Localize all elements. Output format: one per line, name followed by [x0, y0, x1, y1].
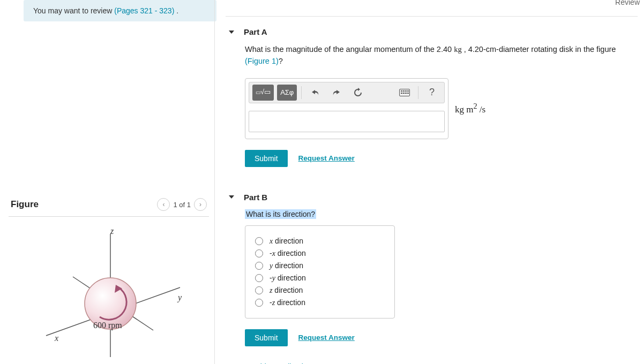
- submit-button-b[interactable]: Submit: [245, 329, 288, 346]
- redo-button[interactable]: [327, 85, 346, 101]
- submit-button-a[interactable]: Submit: [245, 150, 288, 167]
- templates-button[interactable]: ▭√▭: [252, 85, 274, 101]
- option-x[interactable]: x direction: [255, 237, 385, 246]
- caret-down-icon: [229, 195, 234, 199]
- rpm-label: 600 rpm: [93, 321, 122, 330]
- figure-prev-button[interactable]: ‹: [157, 198, 170, 211]
- option-label-2: y direction: [270, 261, 303, 270]
- equation-toolbar: ▭√▭ ΑΣφ: [249, 82, 445, 103]
- figure-title: Figure: [11, 199, 39, 210]
- option-neg-x[interactable]: -x direction: [255, 249, 385, 258]
- radio-neg-x[interactable]: [255, 249, 263, 257]
- option-label-3: -y direction: [270, 274, 306, 283]
- toolbar-sep-2: [418, 86, 418, 99]
- qA-1: What is the magnitude of the angular mom…: [245, 45, 454, 54]
- answer-box-a: ▭√▭ ΑΣφ: [245, 78, 448, 139]
- greek-button[interactable]: ΑΣφ: [277, 85, 297, 101]
- qA-2: , 4.20-cm-diameter rotating disk in the …: [462, 45, 616, 54]
- axis-y-label: y: [178, 293, 182, 302]
- option-y[interactable]: y direction: [255, 261, 385, 270]
- radio-neg-y[interactable]: [255, 274, 263, 282]
- provide-feedback-link[interactable]: Provide Feedback: [245, 362, 638, 365]
- help-button[interactable]: ?: [423, 85, 441, 101]
- option-neg-z[interactable]: -z direction: [255, 298, 385, 307]
- caret-down-icon: [229, 31, 234, 34]
- units-label: kg m2 /s: [455, 102, 485, 115]
- part-a-header[interactable]: Part A: [226, 17, 638, 44]
- answer-input-a[interactable]: [249, 111, 445, 132]
- part-a-label: Part A: [244, 27, 267, 36]
- axis-x-label: x: [55, 333, 58, 343]
- toolbar-sep: [301, 86, 302, 99]
- hint-pages-link[interactable]: (Pages 321 - 323): [114, 6, 174, 15]
- options-box: x direction -x direction y direction -y …: [245, 225, 395, 318]
- hint-banner: You may want to review (Pages 321 - 323)…: [24, 0, 216, 21]
- request-answer-a[interactable]: Request Answer: [298, 154, 355, 162]
- reset-button[interactable]: [349, 85, 367, 101]
- figure-next-button[interactable]: ›: [194, 198, 207, 211]
- radio-x[interactable]: [255, 237, 263, 245]
- option-z[interactable]: z direction: [255, 286, 385, 295]
- option-label-5: -z direction: [270, 298, 305, 307]
- undo-button[interactable]: [306, 85, 324, 101]
- option-label-4: z direction: [270, 286, 303, 295]
- hint-suffix: .: [174, 6, 178, 15]
- figure-image: z y x 600 rpm: [9, 223, 201, 362]
- figure-nav-label: 1 of 1: [173, 201, 191, 209]
- hint-prefix: You may want to review: [33, 6, 114, 15]
- option-label-0: x direction: [270, 237, 303, 246]
- keyboard-button[interactable]: [395, 85, 414, 101]
- option-neg-y[interactable]: -y direction: [255, 274, 385, 283]
- keyboard-icon: [399, 89, 410, 96]
- left-column: You may want to review (Pages 321 - 323)…: [0, 0, 214, 364]
- qA-3: ?: [279, 57, 283, 65]
- right-column: Part A What is the magnitude of the angu…: [214, 0, 643, 364]
- axis-z-label: z: [110, 226, 114, 236]
- part-b-label: Part B: [244, 193, 267, 202]
- review-link[interactable]: Review: [615, 0, 640, 6]
- part-b-header[interactable]: Part B: [226, 182, 638, 209]
- part-b-question: What is its direction?: [245, 209, 316, 219]
- option-label-1: -x direction: [270, 249, 306, 258]
- part-a-question: What is the magnitude of the angular mom…: [245, 44, 638, 67]
- radio-z[interactable]: [255, 286, 263, 294]
- figure-1-link[interactable]: (Figure 1): [245, 57, 279, 65]
- request-answer-b[interactable]: Request Answer: [298, 333, 355, 342]
- qA-unit: kg: [454, 45, 462, 54]
- svg-marker-5: [358, 88, 360, 91]
- radio-y[interactable]: [255, 262, 263, 270]
- radio-neg-z[interactable]: [255, 299, 263, 307]
- figure-panel: Figure ‹ 1 of 1 ›: [9, 198, 209, 362]
